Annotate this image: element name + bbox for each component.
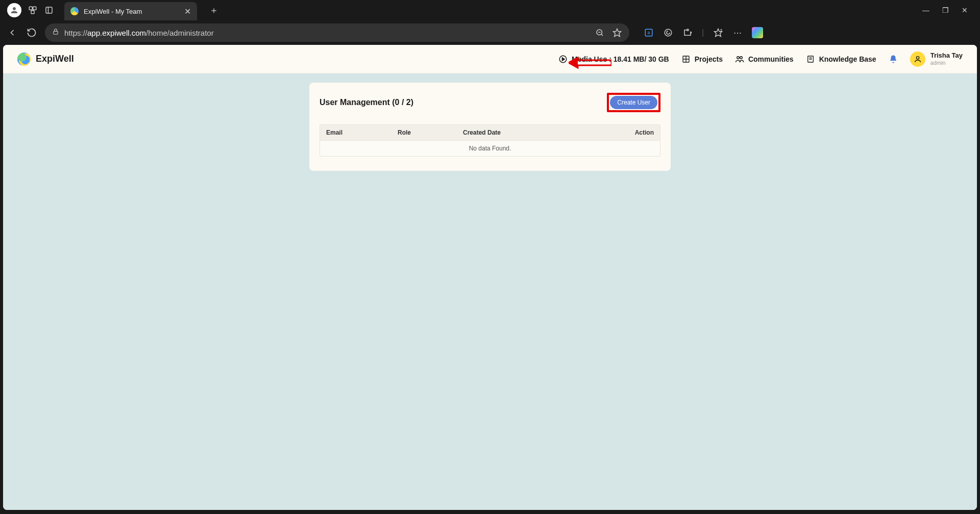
nav-back-button[interactable] <box>6 27 18 39</box>
user-management-card: User Management (0 / 2) Create User Emai… <box>309 83 671 171</box>
brand-name: ExpiWell <box>36 54 74 64</box>
browser-profile-button[interactable] <box>7 3 21 17</box>
nav-projects-label: Projects <box>695 55 723 63</box>
svg-point-22 <box>740 56 743 59</box>
users-table: Email Role Created Date Action No data F… <box>320 124 660 157</box>
more-icon[interactable]: ⋯ <box>732 28 743 38</box>
svg-point-21 <box>737 56 740 59</box>
tab-favicon <box>70 7 79 15</box>
user-name: Trisha Tay <box>930 52 963 59</box>
url-prefix: https:// <box>64 29 87 37</box>
svg-point-12 <box>665 29 672 36</box>
svg-rect-5 <box>54 31 58 34</box>
window-minimize-button[interactable]: — <box>922 6 930 14</box>
table-empty-message: No data Found. <box>320 141 660 157</box>
app-viewport: ExpiWell Media Use : 18.41 MB/ 30 GB Pro… <box>3 45 977 510</box>
new-tab-button[interactable]: ＋ <box>209 4 218 16</box>
play-circle-icon <box>558 55 568 64</box>
window-maximize-button[interactable]: ❐ <box>941 6 949 14</box>
svg-marker-17 <box>562 58 565 61</box>
favorites-bar-icon[interactable] <box>713 28 723 38</box>
translate-icon[interactable]: a <box>644 28 654 38</box>
svg-rect-2 <box>31 11 34 14</box>
address-bar[interactable]: https://app.expiwell.com/home/administra… <box>45 23 629 42</box>
extensions-icon[interactable] <box>682 28 693 38</box>
column-header-action: Action <box>618 129 654 136</box>
nav-refresh-button[interactable] <box>26 27 38 39</box>
url-text: https://app.expiwell.com/home/administra… <box>64 29 214 37</box>
lock-icon <box>52 28 59 37</box>
svg-line-8 <box>601 34 603 36</box>
card-title: User Management (0 / 2) <box>320 98 413 107</box>
svg-rect-1 <box>33 7 36 10</box>
book-icon <box>806 55 815 64</box>
nav-communities[interactable]: Communities <box>735 55 794 64</box>
svg-marker-9 <box>614 29 621 37</box>
browser-tab[interactable]: ExpiWell - My Team ✕ <box>64 2 197 20</box>
users-icon <box>735 55 744 64</box>
app-header: ExpiWell Media Use : 18.41 MB/ 30 GB Pro… <box>3 45 977 73</box>
create-user-button[interactable]: Create User <box>610 96 657 109</box>
favorite-icon[interactable] <box>612 28 622 38</box>
svg-rect-3 <box>46 7 52 13</box>
notifications-button[interactable] <box>889 55 898 64</box>
zoom-icon[interactable] <box>595 28 605 38</box>
window-close-button[interactable]: ✕ <box>961 6 969 14</box>
url-path: /home/administrator <box>146 29 214 37</box>
grammarly-icon[interactable] <box>663 28 673 38</box>
column-header-created-date: Created Date <box>463 129 618 136</box>
svg-rect-0 <box>29 7 32 10</box>
tab-close-button[interactable]: ✕ <box>184 7 191 16</box>
table-header-row: Email Role Created Date Action <box>320 124 660 141</box>
avatar-icon <box>910 52 925 67</box>
browser-titlebar: ExpiWell - My Team ✕ ＋ — ❐ ✕ <box>0 0 980 20</box>
logo-mark-icon <box>17 53 31 66</box>
nav-projects[interactable]: Projects <box>681 55 723 64</box>
brand-logo[interactable]: ExpiWell <box>17 53 74 66</box>
annotation-arrow <box>569 56 611 71</box>
copilot-icon[interactable] <box>752 27 763 38</box>
grid-icon <box>681 55 691 64</box>
column-header-role: Role <box>398 129 463 136</box>
column-header-email: Email <box>326 129 398 136</box>
svg-text:a: a <box>648 31 650 35</box>
url-host: app.expiwell.com <box>87 29 146 37</box>
user-role: admin <box>930 60 963 66</box>
app-body: User Management (0 / 2) Create User Emai… <box>3 73 977 510</box>
browser-address-bar-row: https://app.expiwell.com/home/administra… <box>0 20 980 45</box>
user-menu[interactable]: Trisha Tay admin <box>910 52 963 67</box>
nav-communities-label: Communities <box>748 55 794 63</box>
workspaces-icon[interactable] <box>28 5 38 15</box>
tab-actions-icon[interactable] <box>44 5 54 15</box>
nav-knowledge-base[interactable]: Knowledge Base <box>806 55 876 64</box>
tab-title: ExpiWell - My Team <box>84 8 179 15</box>
nav-kb-label: Knowledge Base <box>819 55 876 63</box>
svg-point-26 <box>916 56 919 59</box>
annotation-highlight: Create User <box>607 93 660 112</box>
browser-chrome: ExpiWell - My Team ✕ ＋ — ❐ ✕ https://app… <box>0 0 980 45</box>
